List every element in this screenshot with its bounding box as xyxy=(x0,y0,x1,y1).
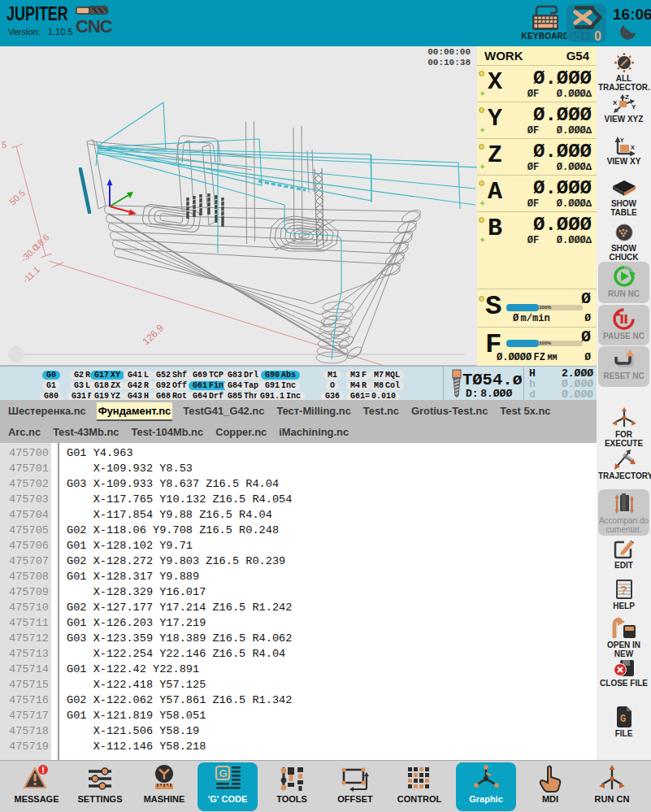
svg-text:CNC: CNC xyxy=(76,16,113,37)
svg-text:Y: Y xyxy=(620,137,624,143)
svg-text:X: X xyxy=(613,99,618,106)
svg-text:0: 0 xyxy=(594,29,601,42)
svg-text:Y: Y xyxy=(631,103,636,111)
svg-text:G: G xyxy=(620,714,626,725)
svg-text:X: X xyxy=(631,145,635,150)
svg-text:126.9: 126.9 xyxy=(140,322,166,347)
svg-text:50.5: 50.5 xyxy=(7,188,27,206)
svg-text:G: G xyxy=(219,767,228,779)
svg-text:5: 5 xyxy=(2,140,7,150)
svg-text:?: ? xyxy=(620,584,627,597)
svg-text:Z: Z xyxy=(625,93,629,101)
svg-text:-11.1: -11.1 xyxy=(20,264,41,284)
